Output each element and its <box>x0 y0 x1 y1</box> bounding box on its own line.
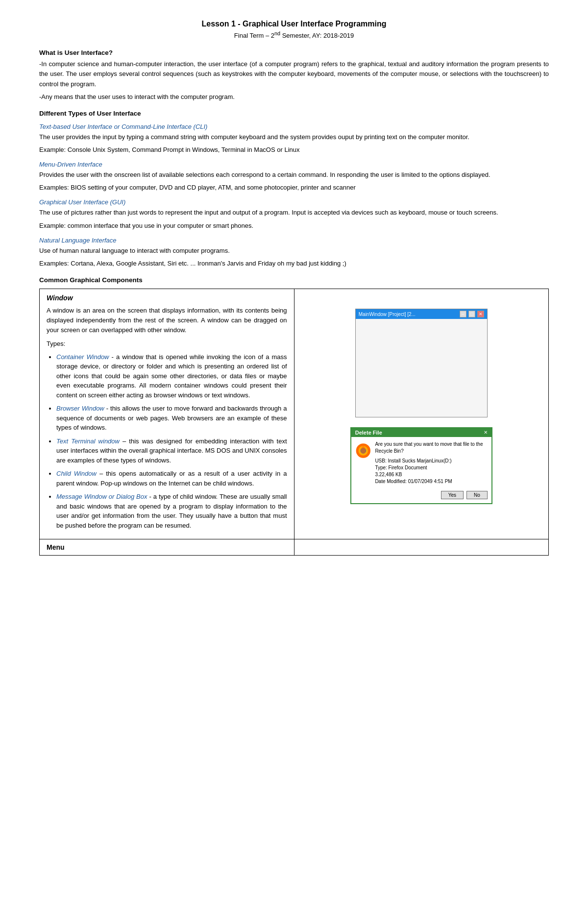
dialog-body: Are you sure that you want to move that … <box>351 437 491 489</box>
cli-para2: Example: Console Unix System, Command Pr… <box>39 145 549 155</box>
window-controls: – □ ✕ <box>460 311 484 317</box>
page-subtitle: Final Term – 2nd Semester, AY: 2018-2019 <box>39 30 549 39</box>
dialog-file-info: USB: Install Sucks MarjanLinux(D:) Type:… <box>375 458 487 485</box>
common-graphical-heading: Common Graphical Components <box>39 276 549 284</box>
page-title: Lesson 1 - Graphical User Interface Prog… <box>39 20 549 28</box>
firefox-icon <box>355 441 371 461</box>
main-window-body <box>356 319 487 417</box>
maximize-icon[interactable]: □ <box>468 311 475 317</box>
main-window-titlebar: MainWindow [Project] [2... – □ ✕ <box>356 309 487 319</box>
menu-driven-label: Menu-Driven Interface <box>39 161 549 168</box>
list-item: Browser Window - this allows the user to… <box>56 404 287 433</box>
cli-para1: The user provides the input by typing a … <box>39 132 549 142</box>
types-label: Types: <box>47 339 287 349</box>
list-item: Container Window - a window that is open… <box>56 352 287 400</box>
cli-label: Text-based User Interface or Command-Lin… <box>39 123 549 130</box>
dialog-close-icon[interactable]: ✕ <box>484 430 488 436</box>
menu-driven-para1: Provides the user with the onscreen list… <box>39 170 549 180</box>
nli-label: Natural Language Interface <box>39 237 549 244</box>
gui-para1: The use of pictures rather than just wor… <box>39 208 549 218</box>
list-item: Message Window or Dialog Box - a type of… <box>56 492 287 530</box>
no-button[interactable]: No <box>466 491 488 499</box>
list-item: Child Window – this opens automatically … <box>56 469 287 488</box>
menu-label-cell: Menu <box>40 539 294 556</box>
list-item: Text Terminal window – this was designed… <box>56 437 287 465</box>
window-types-list: Container Window - a window that is open… <box>47 352 287 531</box>
dialog-titlebar: Delete File ✕ <box>351 428 491 437</box>
minimize-icon[interactable]: – <box>460 311 466 317</box>
window-description: A window is an area on the screen that d… <box>47 306 287 335</box>
what-is-ui-heading: What is User Interface? <box>39 49 549 56</box>
menu-right-cell <box>294 539 549 556</box>
dialog-question: Are you sure that you want to move that … <box>375 441 487 455</box>
graphical-components-table: Window A window is an area on the screen… <box>39 289 549 556</box>
gui-label: Graphical User Interface (GUI) <box>39 198 549 206</box>
what-is-ui-para1: -In computer science and human-computer … <box>39 59 549 89</box>
yes-button[interactable]: Yes <box>441 491 464 499</box>
gui-para2: Example: common interface that you use i… <box>39 221 549 231</box>
types-heading: Different Types of User Interface <box>39 110 549 117</box>
what-is-ui-para2: -Any means that the user uses to interac… <box>39 92 549 102</box>
nli-para2: Examples: Cortana, Alexa, Google Assista… <box>39 259 549 268</box>
dialog-buttons: Yes No <box>351 489 491 503</box>
menu-driven-para2: Examples: BIOS setting of your computer,… <box>39 183 549 193</box>
close-icon[interactable]: ✕ <box>477 311 484 317</box>
dialog-box-mock: Delete File ✕ Are you sure that you want… <box>350 427 492 504</box>
window-cell-heading: Window <box>47 294 287 302</box>
dialog-content: Are you sure that you want to move that … <box>375 441 487 485</box>
nli-para1: Use of human natural language to interac… <box>39 246 549 256</box>
main-window-mock: MainWindow [Project] [2... – □ ✕ <box>355 309 488 417</box>
